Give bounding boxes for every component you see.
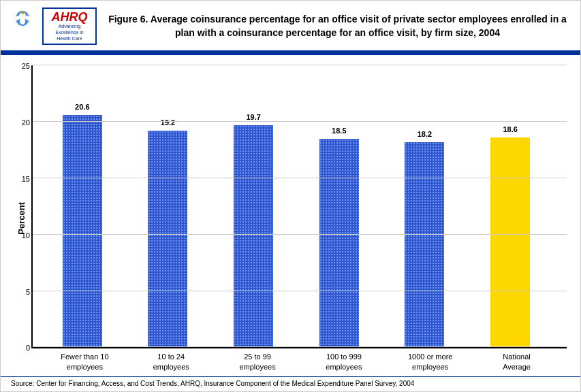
bar-value-label: 20.6: [75, 103, 89, 111]
bar-group: 18.6: [483, 65, 537, 347]
bar-value-label: 19.2: [161, 118, 175, 127]
y-tick-label: 5: [11, 288, 30, 296]
y-gridline: [33, 346, 567, 347]
chart-plot-area: 20.619.219.718.518.218.6 0510152025 Fewe…: [31, 65, 567, 372]
svg-point-4: [21, 12, 24, 14]
bars-area: 20.619.219.718.518.218.6: [33, 65, 560, 347]
bar-group: 19.7: [226, 65, 281, 347]
source-text: Source: Center for Financing, Access, an…: [1, 376, 580, 391]
chart-container: Percent 20.619.219.718.518.218.6 0510152…: [1, 59, 580, 375]
y-gridline: [33, 65, 567, 65]
y-axis-label: Percent: [14, 65, 28, 372]
bar-national: 18.6: [490, 137, 530, 347]
y-gridline: [33, 121, 567, 122]
svg-text:SERVICES: SERVICES: [17, 33, 27, 36]
x-axis-label: 100 to 999employees: [317, 352, 371, 372]
x-axis-label: 25 to 99employees: [230, 352, 285, 372]
x-axis-label: NationalAverage: [490, 352, 544, 372]
chart-grid: 20.619.219.718.518.218.6 0510152025: [31, 65, 567, 348]
bar-2: 19.7: [234, 125, 273, 347]
y-tick-label: 25: [11, 62, 30, 70]
y-gridline: [33, 291, 567, 291]
svg-point-7: [20, 18, 25, 24]
y-tick-label: 20: [11, 118, 30, 127]
bar-4: 18.2: [405, 142, 444, 347]
x-axis-label: 10 to 24employees: [144, 352, 198, 372]
x-axis-label: 1000 or moreemployees: [403, 352, 458, 372]
page-container: U.S. DEPT OF HEALTH & HUMAN SERVICES AHR…: [0, 0, 581, 392]
divider: [1, 52, 580, 55]
bar-value-label: 18.2: [418, 130, 432, 138]
x-labels: Fewer than 10employees10 to 24employees2…: [35, 348, 567, 372]
bar-group: 18.5: [312, 65, 366, 347]
bar-0: 20.6: [63, 115, 102, 347]
x-axis-label: Fewer than 10employees: [57, 352, 112, 372]
bar-value-label: 18.6: [503, 125, 517, 133]
bar-group: 19.2: [140, 65, 195, 347]
bar-3: 18.5: [319, 139, 359, 347]
bar-value-label: 18.5: [332, 127, 346, 135]
ahrq-logo: AHRQ AdvancingExcellence inHealth Care: [42, 7, 97, 45]
y-gridline: [33, 234, 567, 235]
bar-1: 19.2: [148, 131, 187, 347]
bar-value-label: 19.7: [246, 113, 260, 121]
y-tick-label: 15: [11, 175, 30, 183]
y-tick-label: 10: [11, 231, 30, 240]
chart-title: Figure 6. Average coinsurance percentage…: [105, 13, 570, 39]
y-gridline: [33, 178, 567, 178]
bar-group: 20.6: [55, 65, 110, 347]
chart-inner: Percent 20.619.219.718.518.218.6 0510152…: [14, 65, 567, 372]
ahrq-sub-text: AdvancingExcellence inHealth Care: [55, 23, 83, 42]
y-tick-label: 0: [11, 344, 30, 352]
header: U.S. DEPT OF HEALTH & HUMAN SERVICES AHR…: [1, 1, 580, 52]
ahrq-brand-text: AHRQ: [52, 11, 88, 23]
bar-group: 18.2: [397, 65, 452, 347]
logo-area: U.S. DEPT OF HEALTH & HUMAN SERVICES AHR…: [7, 7, 97, 45]
hhs-logo: U.S. DEPT OF HEALTH & HUMAN SERVICES: [7, 10, 38, 44]
